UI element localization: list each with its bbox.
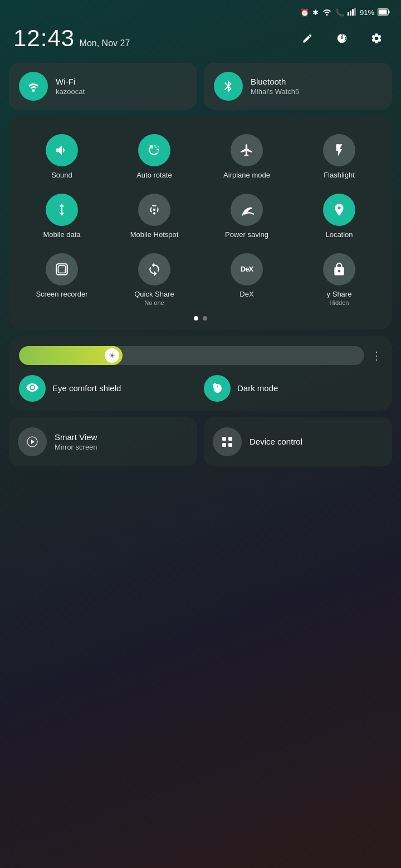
sound-tile[interactable]: Sound	[18, 130, 106, 185]
comfort-row: Eye comfort shield Dark mode	[19, 375, 382, 402]
svg-rect-6	[379, 9, 387, 14]
mobilehotspot-label: Mobile Hotspot	[130, 230, 179, 240]
bluetooth-icon-circle	[214, 72, 243, 101]
brightness-more[interactable]: ⋮	[371, 349, 382, 362]
bluetooth-device: Mihai's Watch5	[251, 87, 299, 96]
wifi-info: Wi-Fi kazoocat	[56, 77, 85, 96]
powersaving-tile[interactable]: Power saving	[203, 189, 291, 244]
brightness-slider[interactable]: ☀	[19, 346, 364, 365]
svg-marker-11	[31, 440, 35, 444]
mobilehotspot-tile[interactable]: Mobile Hotspot	[110, 189, 198, 244]
location-tile[interactable]: Location	[295, 189, 383, 244]
flashlight-icon	[323, 134, 355, 166]
screenrecorder-tile[interactable]: Screen recorder	[18, 249, 106, 310]
sound-icon	[46, 134, 78, 166]
edit-button[interactable]	[296, 27, 319, 50]
smartview-sub: Mirror screen	[55, 443, 97, 451]
quickshare-icon	[138, 253, 170, 285]
screenrecorder-label: Screen recorder	[36, 290, 87, 299]
mobilehotspot-icon	[138, 194, 170, 226]
svg-rect-0	[348, 12, 349, 16]
date-display: Mon, Nov 27	[80, 38, 130, 48]
grid-row-3: Screen recorder Quick Share No one DeX D…	[18, 249, 383, 310]
svg-rect-1	[350, 11, 351, 16]
wifi-icon-circle	[19, 72, 48, 101]
call-icon: 📞	[335, 8, 344, 17]
brightness-row: ☀ ⋮	[19, 346, 382, 365]
eye-comfort-label: Eye comfort shield	[52, 383, 121, 393]
svg-rect-13	[228, 437, 232, 441]
autorotate-label: Auto rotate	[136, 171, 172, 180]
battery-percentage: 91%	[360, 8, 374, 17]
airplane-icon	[231, 134, 263, 166]
svg-rect-12	[222, 437, 226, 441]
status-icons: ⏰ ✱ 📞 91%	[300, 8, 390, 17]
location-label: Location	[325, 230, 353, 240]
bluetooth-tile[interactable]: Bluetooth Mihai's Watch5	[204, 63, 392, 110]
screenrecorder-icon	[46, 253, 78, 285]
airplanemode-label: Airplane mode	[223, 171, 270, 180]
eye-comfort-tile[interactable]: Eye comfort shield	[19, 375, 197, 402]
flashlight-label: Flashlight	[324, 171, 355, 180]
alarm-icon: ⏰	[300, 8, 309, 17]
battery-icon	[378, 8, 390, 17]
airplanemode-tile[interactable]: Airplane mode	[203, 130, 291, 185]
grid-row-1: Sound Auto rotate Airplane mode Flashlig…	[18, 130, 383, 185]
svg-rect-8	[58, 265, 66, 273]
mobiledata-icon	[46, 194, 78, 226]
top-tiles: Wi-Fi kazoocat Bluetooth Mihai's Watch5	[0, 63, 401, 110]
quickshare-label: Quick Share	[134, 290, 174, 299]
devicecontrol-tile[interactable]: Device control	[204, 417, 392, 466]
powersaving-icon	[231, 194, 263, 226]
dark-mode-icon	[204, 375, 231, 402]
flashlight-tile[interactable]: Flashlight	[295, 130, 383, 185]
status-bar: ⏰ ✱ 📞 91%	[0, 0, 401, 21]
dex-icon: DeX	[231, 253, 263, 285]
mobiledata-label: Mobile data	[43, 230, 80, 240]
quickshare-tile[interactable]: Quick Share No one	[110, 249, 198, 310]
bluetooth-label: Bluetooth	[251, 77, 299, 86]
devicecontrol-label: Device control	[250, 437, 302, 446]
quickshare-sub: No one	[144, 299, 164, 306]
dex-tile[interactable]: DeX DeX	[203, 249, 291, 310]
brightness-fill: ☀	[19, 346, 123, 365]
nearbyshare-tile[interactable]: y Share Hidden	[295, 249, 383, 310]
dot-1	[194, 316, 198, 320]
power-button[interactable]	[331, 27, 353, 50]
datetime-display: 12:43 Mon, Nov 27	[13, 25, 130, 52]
bottom-tiles: Smart View Mirror screen Device control	[0, 417, 401, 466]
eye-comfort-icon	[19, 375, 46, 402]
header-controls	[296, 27, 388, 50]
autorotate-icon	[138, 134, 170, 166]
smartview-info: Smart View Mirror screen	[55, 432, 97, 451]
signal-icon	[348, 8, 356, 17]
settings-button[interactable]	[365, 27, 388, 50]
brightness-thumb: ☀	[105, 348, 119, 363]
location-icon	[323, 194, 355, 226]
page-dots	[18, 316, 383, 320]
dex-label: DeX	[239, 290, 253, 299]
svg-rect-14	[222, 443, 226, 447]
sound-label: Sound	[51, 171, 72, 180]
wifi-status-icon	[322, 8, 332, 17]
svg-rect-3	[354, 8, 356, 16]
dark-mode-tile[interactable]: Dark mode	[204, 375, 382, 402]
devicecontrol-icon	[213, 427, 242, 456]
bluetooth-info: Bluetooth Mihai's Watch5	[251, 77, 299, 96]
brightness-panel: ☀ ⋮ Eye comfort shield Dark mode	[9, 336, 392, 411]
dark-mode-label: Dark mode	[237, 383, 278, 393]
svg-rect-5	[389, 11, 390, 13]
smartview-label: Smart View	[55, 432, 97, 442]
mobiledata-tile[interactable]: Mobile data	[18, 189, 106, 244]
autorotate-tile[interactable]: Auto rotate	[110, 130, 198, 185]
wifi-tile[interactable]: Wi-Fi kazoocat	[9, 63, 197, 110]
wifi-label: Wi-Fi	[56, 77, 85, 86]
time-row: 12:43 Mon, Nov 27	[0, 21, 401, 63]
powersaving-label: Power saving	[225, 230, 268, 240]
dot-2	[203, 316, 207, 320]
smartview-tile[interactable]: Smart View Mirror screen	[9, 417, 197, 466]
grid-row-2: Mobile data Mobile Hotspot Power saving …	[18, 189, 383, 244]
svg-rect-15	[228, 443, 232, 447]
grid-panel: Sound Auto rotate Airplane mode Flashlig…	[9, 116, 392, 329]
nearbyshare-sub: Hidden	[330, 299, 349, 306]
